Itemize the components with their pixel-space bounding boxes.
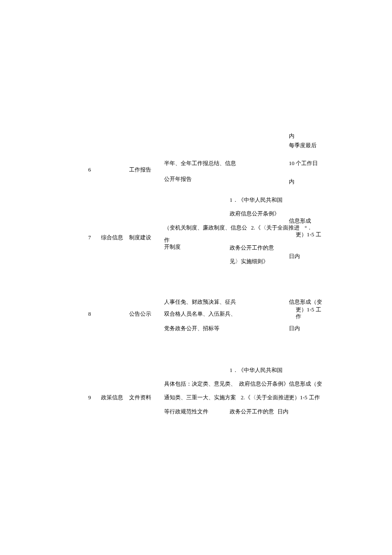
row9-col5-text3: 日内 <box>277 407 288 416</box>
row6-col5-text0: 内 <box>289 132 294 141</box>
row7-col3-text1: （变机关制度、廉政制度、信息公 <box>164 224 247 232</box>
row8-col5-text3: 日内 <box>289 324 300 333</box>
row6-col5-text3: 内 <box>289 177 294 186</box>
row7-col4-text1: 1．《中华人民共和国 <box>230 196 282 205</box>
row9-col4-text3: 2.《〈关于全面推进 <box>241 393 289 402</box>
row7-col3-text2: 开制度 <box>164 243 181 252</box>
row6-col3-text2: 公开年报告 <box>164 175 192 184</box>
row8-num: 8 <box>88 310 91 319</box>
row6-col2: 工作报告 <box>129 166 151 174</box>
row9-col5-text1: 信息形成（变 <box>289 380 322 389</box>
row7-col1: 综合信息 <box>101 233 123 242</box>
row9-col5-text2: 更）1-5 工作 <box>289 393 320 402</box>
row9-col4-text2: 政府信息公开条例》 <box>239 380 289 389</box>
row8-col2: 公告公示 <box>129 310 151 319</box>
row7-col4-text3: 2.《〈关于全面推进 <box>251 224 300 232</box>
row8-col3-text1: 人事任免、财政预决算、征兵 <box>164 298 236 307</box>
row8-col3-text3: 党务政务公开、招标等 <box>164 324 219 333</box>
row8-col3-text2: 双合格人员名单、入伍新兵、 <box>164 310 236 319</box>
row7-col4-text5: 见〉实施细则》 <box>230 257 268 266</box>
row9-col3-text2: 通知类、三重一大、实施方案 <box>164 393 236 402</box>
row7-col5-text2: 更）1-5 工 <box>296 230 321 239</box>
row9-col4-text1: 1．《中华人民共和国 <box>230 366 282 375</box>
row6-col5-text2: 10 个工作日 <box>289 159 318 168</box>
row6-num: 6 <box>88 166 91 174</box>
row7-col4-text2: 政府信息公开条例》 <box>230 209 280 218</box>
row7-col4-text4: 政务公开工作的意 <box>230 244 274 253</box>
row8-col5-text2b: 作 <box>296 312 301 321</box>
document-page: 内 每季度最后 6 工作报告 半年、全年工作报总结、信息 10 个工作日 公开年… <box>0 0 392 555</box>
row9-col4-text4: 政务公开工作的意 <box>230 407 274 416</box>
row9-num: 9 <box>88 393 91 402</box>
row6-col5-text1: 每季度最后 <box>289 141 317 150</box>
row7-num: 7 <box>88 233 91 242</box>
row9-col3-text1: 具体包括：决定类、意见类、 <box>164 380 236 389</box>
row9-col1: 政策信息 <box>101 393 123 402</box>
row6-col3-text1: 半年、全年工作报总结、信息 <box>164 159 236 168</box>
row7-col2: 制度建设 <box>129 233 151 242</box>
row9-col2: 文件资料 <box>129 393 151 402</box>
row7-col5-text3: 日内 <box>289 252 300 261</box>
row9-col3-text3: 等行政规范性文件 <box>164 407 208 416</box>
